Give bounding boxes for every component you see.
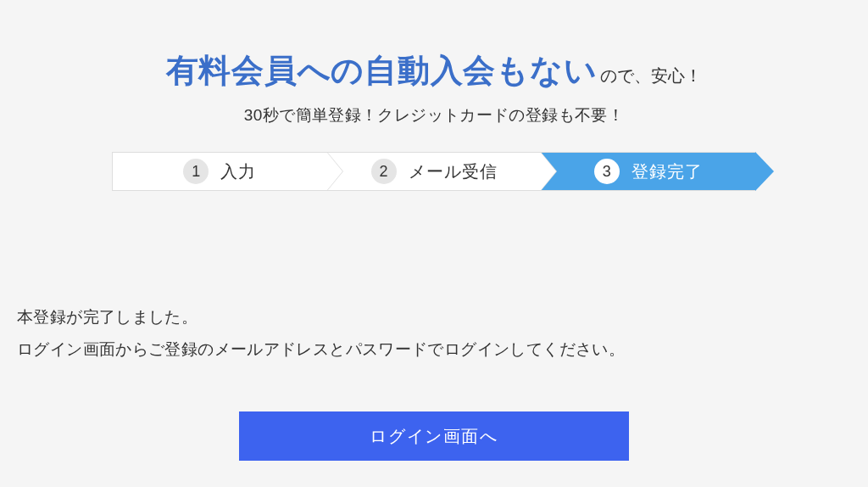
- step-inner: 1 入力: [183, 159, 256, 184]
- message-line-1: 本登録が完了しました。: [17, 301, 851, 333]
- step-label: 登録完了: [632, 160, 703, 183]
- step-number-badge: 3: [594, 159, 620, 184]
- step-label: 入力: [220, 160, 256, 183]
- step-number-badge: 2: [371, 159, 397, 184]
- headline-main: 有料会員への自動入会もない: [166, 53, 598, 88]
- step-mail: 2 メール受信: [327, 153, 542, 190]
- step-inner: 3 登録完了: [594, 159, 703, 184]
- step-label: メール受信: [409, 160, 498, 183]
- header-subtext: 30秒で簡単登録！クレジットカードの登録も不要！: [0, 104, 868, 126]
- page-container: 有料会員への自動入会もないので、安心！ 30秒で簡単登録！クレジットカードの登録…: [0, 0, 868, 461]
- headline: 有料会員への自動入会もないので、安心！: [166, 49, 703, 92]
- progress-stepper: 1 入力 2 メール受信 3 登録完了: [112, 152, 756, 191]
- step-inner: 2 メール受信: [371, 159, 498, 184]
- headline-sub: ので、安心！: [600, 66, 702, 85]
- button-wrap: ログイン画面へ: [0, 411, 868, 461]
- header-section: 有料会員への自動入会もないので、安心！ 30秒で簡単登録！クレジットカードの登録…: [0, 0, 868, 126]
- step-input: 1 入力: [113, 153, 327, 190]
- message-line-2: ログイン画面からご登録のメールアドレスとパスワードでログインしてください。: [17, 333, 851, 366]
- step-complete: 3 登録完了: [541, 153, 755, 190]
- message-section: 本登録が完了しました。 ログイン画面からご登録のメールアドレスとパスワードでログ…: [0, 301, 868, 366]
- login-button[interactable]: ログイン画面へ: [239, 411, 629, 461]
- step-number-badge: 1: [183, 159, 209, 184]
